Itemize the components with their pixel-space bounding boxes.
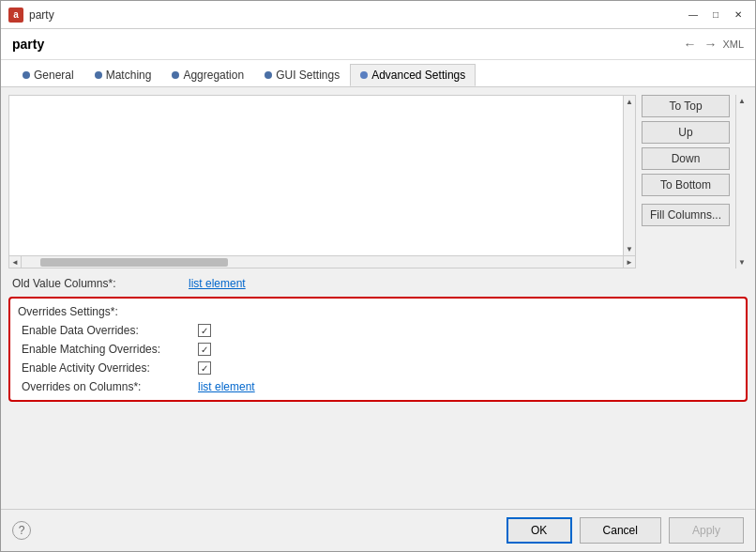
outer-vertical-scrollbar[interactable]: ▲ ▼ [735,95,748,268]
enable-data-overrides-label: Enable Data Overrides: [22,324,190,337]
old-value-columns-label: Old Value Columns*: [12,277,181,290]
window-title-bar: party [29,8,54,22]
old-value-columns-row: Old Value Columns*: list element [8,274,748,293]
cancel-button[interactable]: Cancel [580,517,661,544]
enable-matching-overrides-row: Enable Matching Overrides: [18,340,738,359]
old-value-columns-link[interactable]: list element [189,277,246,290]
title-bar-left: a party [8,8,54,23]
down-button[interactable]: Down [642,147,730,170]
outer-scroll-track [736,107,748,256]
enable-data-overrides-row: Enable Data Overrides: [18,321,738,340]
overrides-on-columns-label: Overrides on Columns*: [22,380,190,393]
apply-button[interactable]: Apply [669,517,744,544]
right-buttons: To Top Up Down To Bottom Fill Columns... [642,95,730,226]
h-scroll-thumb [40,258,228,267]
minimize-button[interactable]: — [684,8,703,23]
overrides-box: Overrides Settings*: Enable Data Overrid… [8,297,748,402]
list-inner: ▲ ▼ [9,96,635,255]
tab-dot-aggregation [172,71,179,79]
scroll-down-arrow[interactable]: ▼ [624,243,635,255]
to-bottom-button[interactable]: To Bottom [642,174,730,196]
enable-matching-overrides-label: Enable Matching Overrides: [22,343,190,356]
window-controls: — □ ✕ [684,8,748,23]
header-actions: ← → XML [681,35,744,54]
enable-matching-overrides-wrapper [198,343,211,356]
dialog-buttons: OK Cancel Apply [507,517,744,544]
outer-scroll-down[interactable]: ▼ [736,256,748,268]
tab-dot-gui [265,71,272,79]
tab-general[interactable]: General [12,64,84,86]
tab-advanced-settings[interactable]: Advanced Settings [350,64,476,86]
enable-data-overrides-checkbox[interactable] [198,324,211,337]
tab-matching[interactable]: Matching [84,64,162,86]
list-body [9,96,623,255]
enable-activity-overrides-label: Enable Activity Overrides: [22,361,190,375]
scroll-track [624,108,635,243]
ok-button[interactable]: OK [507,517,572,544]
content-area: ▲ ▼ ◄ ► To Top Up Down To Bottom [1,87,755,509]
tab-gui-settings[interactable]: GUI Settings [254,64,350,86]
enable-matching-overrides-checkbox[interactable] [198,343,211,356]
scroll-up-arrow[interactable]: ▲ [624,96,635,108]
back-button[interactable]: ← [681,35,698,54]
enable-data-overrides-wrapper [198,324,211,337]
enable-activity-overrides-wrapper [198,361,211,375]
bottom-bar: ? OK Cancel Apply [1,509,755,551]
overrides-on-columns-link[interactable]: list element [198,380,255,393]
to-top-button[interactable]: To Top [642,95,730,117]
up-button[interactable]: Up [642,121,730,144]
header-bar: party ← → XML [1,29,755,60]
outer-scroll-up[interactable]: ▲ [736,95,748,107]
tab-dot-matching [95,71,102,79]
fill-columns-button[interactable]: Fill Columns... [642,204,730,226]
maximize-button[interactable]: □ [706,8,725,23]
overrides-on-columns-row: Overrides on Columns*: list element [18,377,738,396]
close-button[interactable]: ✕ [729,8,748,23]
list-area: ▲ ▼ ◄ ► [8,95,636,268]
enable-activity-overrides-row: Enable Activity Overrides: [18,359,738,377]
scroll-right-arrow[interactable]: ► [623,256,635,268]
right-panel: To Top Up Down To Bottom Fill Columns... [642,95,730,268]
xml-label: XML [722,38,744,50]
scroll-left-arrow[interactable]: ◄ [9,256,22,268]
tab-dot-advanced [360,71,368,79]
top-panel: ▲ ▼ ◄ ► To Top Up Down To Bottom [8,95,748,268]
settings-area: Old Value Columns*: list element Overrid… [8,274,748,501]
right-scroll-spacer [642,226,730,268]
app-icon: a [8,8,23,23]
title-bar: a party — □ ✕ [1,1,755,29]
help-button[interactable]: ? [12,521,31,540]
enable-activity-overrides-checkbox[interactable] [198,361,211,375]
tab-aggregation[interactable]: Aggregation [161,64,254,86]
main-window: a party — □ ✕ party ← → XML General Matc… [0,0,756,552]
forward-button[interactable]: → [702,35,718,54]
tab-dot-general [23,71,30,79]
page-title: party [12,37,44,52]
tabs-bar: General Matching Aggregation GUI Setting… [1,60,755,87]
horizontal-scrollbar[interactable]: ◄ ► [9,255,635,268]
overrides-settings-label: Overrides Settings*: [18,302,738,321]
vertical-scrollbar[interactable]: ▲ ▼ [623,96,635,255]
